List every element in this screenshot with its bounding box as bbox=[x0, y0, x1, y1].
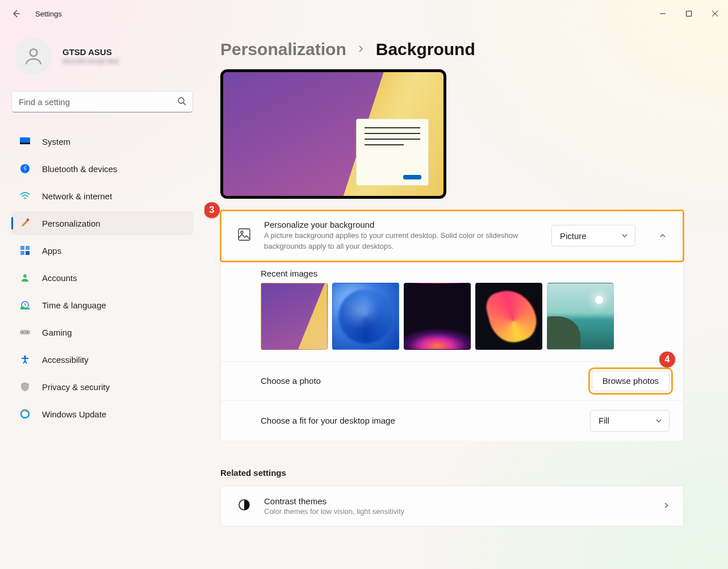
svg-rect-8 bbox=[20, 143, 30, 144]
sidebar-item-gaming[interactable]: Gaming bbox=[11, 320, 193, 344]
chevron-down-icon bbox=[655, 417, 662, 424]
svg-rect-24 bbox=[239, 229, 250, 240]
sidebar-item-accounts[interactable]: Accounts bbox=[11, 266, 193, 290]
sidebar-item-network[interactable]: Network & internet bbox=[11, 184, 193, 208]
update-icon bbox=[19, 408, 31, 420]
browse-photos-button[interactable]: Browse photos bbox=[592, 371, 670, 391]
chevron-down-icon bbox=[621, 232, 628, 239]
preview-window bbox=[356, 119, 429, 186]
sidebar: GTSD ASUS blurred email text System Blue… bbox=[0, 27, 204, 569]
gaming-icon bbox=[19, 327, 31, 338]
nav-label: Gaming bbox=[42, 328, 72, 337]
svg-rect-14 bbox=[20, 251, 24, 255]
dropdown-value: Fill bbox=[599, 416, 609, 425]
desktop-preview bbox=[220, 69, 446, 199]
chevron-right-icon bbox=[663, 501, 670, 511]
search-icon bbox=[177, 97, 186, 108]
background-type-dropdown[interactable]: Picture bbox=[551, 225, 635, 246]
svg-point-5 bbox=[178, 98, 184, 103]
maximize-button[interactable] bbox=[676, 5, 702, 23]
nav-label: Privacy & security bbox=[42, 382, 110, 392]
clock-icon bbox=[19, 299, 31, 311]
breadcrumb-parent[interactable]: Personalization bbox=[220, 40, 346, 59]
contrast-desc: Color themes for low vision, light sensi… bbox=[264, 507, 650, 516]
personalize-desc: A picture background applies to your cur… bbox=[264, 231, 531, 252]
user-block[interactable]: GTSD ASUS blurred email text bbox=[11, 37, 193, 75]
breadcrumb-current: Background bbox=[376, 40, 475, 59]
accessibility-icon bbox=[19, 354, 31, 365]
back-button[interactable] bbox=[10, 8, 22, 19]
recent-image-2[interactable] bbox=[332, 283, 399, 350]
svg-line-6 bbox=[183, 103, 186, 105]
sidebar-item-time[interactable]: Time & language bbox=[11, 293, 193, 317]
user-email: blurred email text bbox=[62, 57, 119, 65]
window-controls bbox=[650, 5, 728, 23]
nav-label: System bbox=[42, 137, 70, 147]
svg-point-16 bbox=[23, 274, 27, 278]
sidebar-item-update[interactable]: Windows Update bbox=[11, 402, 193, 426]
nav-label: Bluetooth & devices bbox=[42, 164, 118, 174]
avatar bbox=[15, 37, 52, 75]
collapse-button[interactable] bbox=[656, 229, 670, 242]
user-icon bbox=[23, 45, 44, 67]
svg-point-10 bbox=[24, 198, 26, 199]
titlebar: Settings bbox=[0, 0, 728, 27]
nav-label: Apps bbox=[42, 246, 61, 256]
recent-image-5[interactable] bbox=[547, 283, 614, 350]
related-heading: Related settings bbox=[220, 468, 684, 478]
search-input[interactable] bbox=[11, 91, 193, 112]
accounts-icon bbox=[19, 272, 31, 283]
minimize-button[interactable] bbox=[650, 5, 676, 23]
sidebar-item-bluetooth[interactable]: Bluetooth & devices bbox=[11, 157, 193, 181]
recent-heading: Recent images bbox=[261, 269, 670, 278]
annotation-badge-3: 3 bbox=[204, 202, 220, 218]
dropdown-value: Picture bbox=[560, 231, 587, 241]
sidebar-item-apps[interactable]: Apps bbox=[11, 239, 193, 262]
system-icon bbox=[19, 136, 31, 147]
nav-label: Accessibility bbox=[42, 355, 89, 365]
minimize-icon bbox=[659, 10, 666, 17]
svg-point-20 bbox=[22, 332, 23, 333]
sidebar-item-privacy[interactable]: Privacy & security bbox=[11, 375, 193, 399]
contrast-title: Contrast themes bbox=[264, 496, 650, 506]
chevron-up-icon bbox=[659, 232, 667, 240]
maximize-icon bbox=[685, 10, 692, 17]
personalize-background-card: 3 Personalize your background A picture … bbox=[220, 210, 684, 262]
nav-label: Accounts bbox=[42, 273, 77, 283]
svg-point-22 bbox=[24, 355, 26, 358]
apps-icon bbox=[19, 245, 31, 256]
image-icon bbox=[238, 228, 252, 243]
svg-rect-13 bbox=[26, 246, 30, 250]
sidebar-item-system[interactable]: System bbox=[11, 129, 193, 153]
recent-image-4[interactable] bbox=[475, 283, 542, 350]
choose-photo-label: Choose a photo bbox=[261, 376, 321, 386]
contrast-icon bbox=[238, 499, 252, 513]
close-icon bbox=[712, 10, 718, 17]
app-title: Settings bbox=[35, 10, 62, 18]
contrast-themes-card[interactable]: Contrast themes Color themes for low vis… bbox=[220, 486, 684, 526]
close-button[interactable] bbox=[702, 5, 728, 23]
nav-label: Windows Update bbox=[42, 409, 106, 419]
annotation-badge-4: 4 bbox=[659, 352, 675, 367]
nav-label: Network & internet bbox=[42, 191, 112, 201]
fit-dropdown[interactable]: Fill bbox=[590, 410, 670, 432]
recent-images-section: Recent images bbox=[220, 262, 684, 361]
nav-list: System Bluetooth & devices Network & int… bbox=[11, 129, 193, 429]
bluetooth-icon bbox=[19, 163, 31, 174]
svg-point-4 bbox=[30, 49, 37, 56]
nav-label: Personalization bbox=[42, 219, 101, 228]
svg-point-21 bbox=[27, 332, 28, 333]
user-name: GTSD ASUS bbox=[62, 47, 119, 57]
content-area: Personalization Background 3 Personalize… bbox=[204, 27, 728, 569]
chevron-right-icon bbox=[358, 44, 365, 55]
svg-rect-1 bbox=[687, 11, 692, 16]
personalize-title: Personalize your background bbox=[264, 220, 539, 229]
sidebar-item-personalization[interactable]: Personalization bbox=[11, 211, 193, 235]
svg-rect-19 bbox=[20, 330, 30, 334]
sidebar-item-accessibility[interactable]: Accessibility bbox=[11, 348, 193, 371]
breadcrumb: Personalization Background bbox=[220, 40, 684, 59]
recent-image-3[interactable] bbox=[404, 283, 471, 350]
svg-rect-15 bbox=[26, 251, 30, 255]
recent-image-1[interactable] bbox=[261, 283, 328, 350]
choose-photo-row: Choose a photo 4 Browse photos bbox=[220, 361, 684, 400]
